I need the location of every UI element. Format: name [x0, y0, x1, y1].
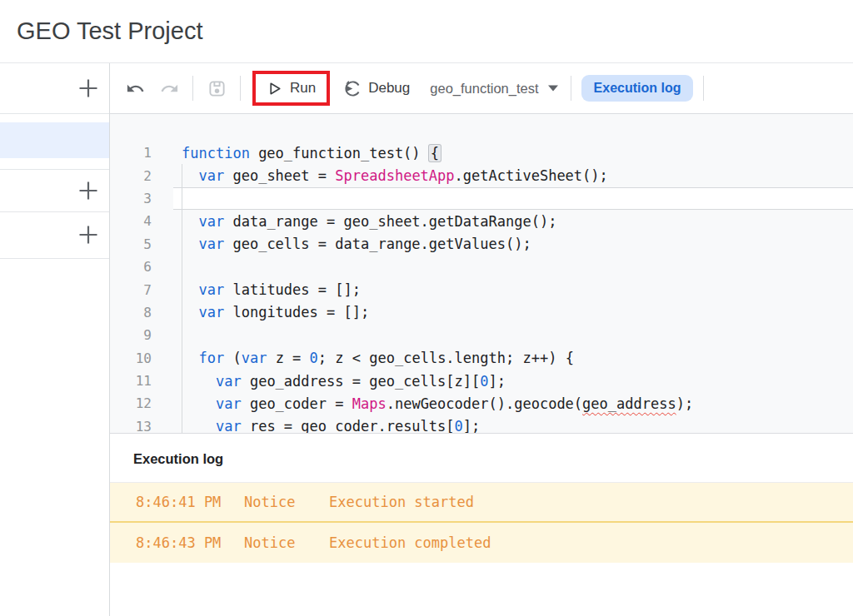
add-library-button[interactable]: [75, 177, 102, 204]
log-entry-level: Notice: [244, 494, 329, 510]
line-number: 7: [110, 282, 152, 298]
log-entry: 8:46:41 PMNoticeExecution started: [110, 483, 853, 523]
code-text: var geo_address = geo_cells[z][0];: [173, 370, 853, 392]
log-entry: 8:46:43 PMNoticeExecution completed: [110, 523, 853, 563]
code-text: function geo_function_test() {: [173, 142, 853, 164]
line-number: 13: [110, 419, 152, 433]
sidebar-selected-file-row[interactable]: [0, 122, 109, 158]
redo-button[interactable]: [158, 77, 180, 99]
code-text: var data_range = geo_sheet.getDataRange(…: [173, 210, 853, 232]
toolbar-separator: [571, 76, 571, 101]
execution-log-panel: Execution log 8:46:41 PMNoticeExecution …: [110, 433, 853, 616]
code-text: var latitudes = [];: [173, 278, 853, 301]
toolbar-separator: [240, 76, 241, 101]
line-number: 5: [110, 236, 152, 252]
undo-icon: [126, 79, 145, 98]
function-selector-dropdown[interactable]: geo_function_test: [430, 81, 557, 97]
project-title: GEO Test Project: [17, 17, 203, 45]
log-entry-message: Execution started: [329, 494, 474, 510]
log-entry-time: 8:46:43 PM: [136, 534, 244, 551]
indent-guide: [182, 164, 182, 433]
plus-icon: [76, 178, 101, 203]
play-icon: [267, 81, 282, 97]
add-file-button[interactable]: [75, 75, 102, 102]
code-line-2[interactable]: 2 var geo_sheet = SpreadsheetApp.getActi…: [110, 164, 853, 186]
line-number: 2: [110, 168, 152, 184]
code-line-12[interactable]: 12 var geo_coder = Maps.newGeocoder().ge…: [110, 392, 853, 415]
execution-log-button[interactable]: Execution log: [581, 75, 694, 102]
toolbar-separator: [192, 76, 193, 101]
line-number: 11: [110, 373, 152, 389]
code-line-9[interactable]: 9: [110, 324, 853, 346]
code-line-8[interactable]: 8 var longitudes = [];: [110, 301, 853, 324]
code-text: [173, 256, 853, 278]
line-number: 1: [110, 145, 152, 161]
title-bar: GEO Test Project: [0, 0, 853, 63]
line-number: 4: [110, 213, 152, 229]
code-line-3[interactable]: 3: [110, 187, 853, 210]
run-button[interactable]: Run: [267, 80, 316, 97]
code-line-11[interactable]: 11 var geo_address = geo_cells[z][0];: [110, 370, 853, 392]
apps-script-editor-window: GEO Test Project: [0, 0, 853, 616]
code-line-7[interactable]: 7 var latitudes = [];: [110, 278, 853, 301]
sidebar-services-row: [0, 211, 109, 259]
code-lines: 1function geo_function_test() {2 var geo…: [110, 114, 853, 433]
undo-button[interactable]: [124, 77, 146, 99]
plus-icon: [76, 222, 101, 247]
files-sidebar: [0, 63, 110, 616]
redo-icon: [160, 79, 179, 98]
line-number: 8: [110, 305, 152, 320]
add-service-button[interactable]: [75, 221, 102, 248]
code-text: [173, 324, 853, 346]
code-editor[interactable]: 1function geo_function_test() {2 var geo…: [110, 114, 853, 433]
code-line-5[interactable]: 5 var geo_cells = data_range.getValues()…: [110, 233, 853, 256]
line-number: 6: [110, 259, 152, 275]
code-text: var geo_sheet = SpreadsheetApp.getActive…: [173, 164, 853, 186]
code-text: [173, 187, 853, 210]
plus-icon: [76, 76, 101, 101]
line-number: 3: [110, 191, 152, 206]
line-number: 9: [110, 327, 152, 343]
debug-button[interactable]: Debug: [343, 79, 410, 98]
code-line-13[interactable]: 13 var res = geo_coder.results[0];: [110, 415, 853, 433]
code-line-1[interactable]: 1function geo_function_test() {: [110, 142, 853, 164]
run-button-label: Run: [290, 80, 316, 97]
code-text: for (var z = 0; z < geo_cells.length; z+…: [173, 347, 853, 370]
code-line-6[interactable]: 6: [110, 256, 853, 278]
line-number: 10: [110, 350, 152, 366]
code-text: var longitudes = [];: [173, 301, 853, 324]
editor-toolbar: Run Debug geo_function_test Execution lo…: [110, 63, 853, 114]
execution-log-title: Execution log: [110, 434, 853, 483]
sidebar-libraries-row: [0, 169, 109, 212]
code-text: var geo_coder = Maps.newGeocoder().geoco…: [173, 392, 853, 415]
log-entry-time: 8:46:41 PM: [136, 494, 244, 510]
debug-icon: [343, 79, 362, 98]
line-number: 12: [110, 395, 152, 411]
save-button[interactable]: [206, 77, 227, 99]
log-entry-level: Notice: [244, 534, 329, 551]
run-button-highlight-box: Run: [252, 71, 330, 106]
code-text: var res = geo_coder.results[0];: [173, 415, 853, 433]
code-line-4[interactable]: 4 var data_range = geo_sheet.getDataRang…: [110, 210, 853, 232]
function-selector-value: geo_function_test: [430, 81, 538, 97]
debug-button-label: Debug: [368, 80, 410, 97]
toolbar-separator: [703, 76, 704, 101]
sidebar-files-header-row: [0, 63, 109, 114]
log-entry-message: Execution completed: [329, 534, 491, 551]
chevron-down-icon: [548, 85, 558, 92]
save-icon: [207, 78, 227, 99]
code-text: var geo_cells = data_range.getValues();: [173, 233, 853, 256]
log-entries: 8:46:41 PMNoticeExecution started8:46:43…: [110, 483, 853, 563]
code-line-10[interactable]: 10 for (var z = 0; z < geo_cells.length;…: [110, 347, 853, 370]
